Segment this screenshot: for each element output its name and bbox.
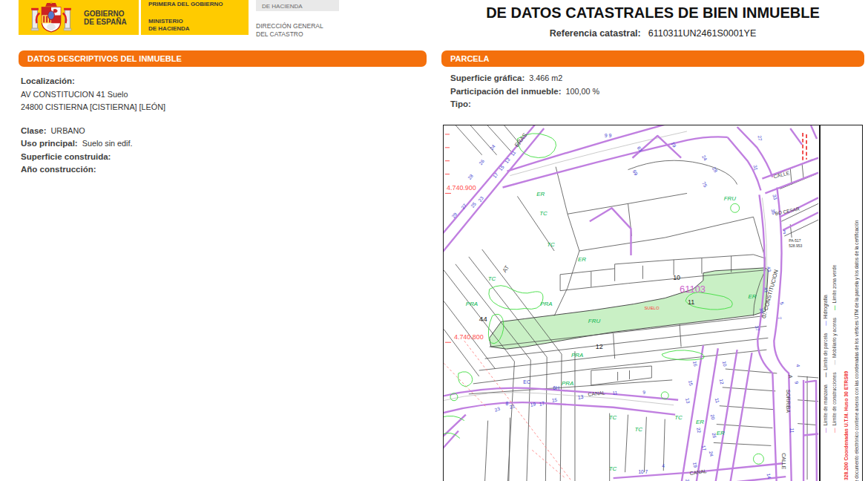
map-label: 11 (612, 390, 618, 395)
map-label: TC (674, 414, 683, 421)
map-label: PRA (571, 352, 583, 359)
superficie-grafica-value: 3.466 m2 (529, 73, 562, 82)
map-label: PA-517 (789, 239, 800, 243)
map-label: 24 (708, 451, 714, 457)
utm-coordinates-note: 328.200 Coordenadas U.T.M. Huso 30 ETRS8… (844, 371, 849, 480)
map-label: 61103 (680, 284, 706, 295)
cadastral-certificate-page: { "header": { "gobierno": "GOBIERNO\nDE … (0, 0, 868, 481)
legend-row-2: —Límite de construcciones—Mobiliario y a… (832, 265, 837, 440)
map-label: AT (502, 264, 511, 274)
map-label: 10 (673, 274, 680, 281)
map-label: PRA (540, 301, 552, 307)
map-label: 13 (685, 398, 691, 405)
ministerio-gray-tab: DE HACIENDA (256, 0, 339, 11)
legend-row-1: —Límite de manzana—Límite de parcela—Hid… (823, 295, 828, 440)
map-label: 4.740.900 (447, 184, 476, 192)
red-dashed-lines (444, 341, 571, 480)
map-label: CANAL (588, 390, 605, 396)
map-label: 5 (779, 301, 785, 306)
map-label: 4 (795, 364, 800, 367)
tipo-label: Tipo: (450, 99, 471, 108)
legend-symbol: — (832, 305, 837, 310)
map-label: 13 (504, 157, 511, 164)
referencia-catastral-label: Referencia catastral: (550, 28, 641, 39)
sidewalk-lines (444, 131, 767, 405)
certificate-title: DE DATOS CATASTRALES DE BIEN INMUEBLE (441, 4, 864, 22)
map-label: 69 (632, 169, 640, 177)
section-header-datos-descriptivos: DATOS DESCRIPTIVOS DEL INMUEBLE (19, 50, 427, 67)
direccion-line2: 24800 CISTIERNA [CISTIERNA] [LEÓN] (21, 102, 165, 111)
uso-principal-value: Suelo sin edif. (82, 139, 133, 148)
legend-symbol: — (823, 321, 828, 326)
map-label: 31 (753, 165, 759, 171)
superficie-grafica-label: Superficie gráfica: (450, 73, 525, 82)
map-label: 15 (498, 164, 505, 171)
map-label: ER (696, 419, 704, 425)
map-label: 24 (701, 154, 708, 162)
clase-label: Clase: (21, 126, 47, 135)
legend-label: Límite de parcela (823, 333, 828, 370)
map-label: TC (634, 427, 642, 433)
map-label: 16 (692, 361, 698, 367)
map-label: 22 (696, 427, 702, 433)
map-label: 4.740.800 (454, 333, 484, 341)
map-label: 9 (642, 390, 645, 395)
map-label: 23 (494, 406, 501, 413)
spain-coat-of-arms (19, 0, 84, 35)
map-label: PRA (562, 380, 573, 387)
map-label: TC (488, 275, 496, 282)
map-label: 11 (688, 298, 694, 306)
map-label: 19 (692, 462, 698, 468)
legend-symbol: — (823, 428, 828, 433)
map-label: 17 (492, 171, 499, 179)
map-label: CALLE (773, 170, 790, 179)
map-label: 27 (757, 135, 763, 142)
legend-symbol: — (823, 373, 828, 378)
map-label: CALLE (781, 453, 786, 469)
referencia-catastral-value: 6110311UN2461S0001YE (648, 28, 757, 39)
anio-construccion-label: Año construcción: (21, 165, 96, 174)
map-label: 10 7 (638, 469, 648, 474)
cadastral-map-svg: ERAS9 94.740.9004.740.8004.740.700ERTCTC… (444, 125, 818, 481)
cadastral-map: ERAS9 94.740.9004.740.8004.740.700ERTCTC… (443, 125, 820, 481)
direccion-general-catastro-label: DIRECCIÓN GENERAL DEL CATASTRO (256, 22, 323, 39)
referencia-catastral-line: Referencia catastral:6110311UN2461S0001Y… (441, 28, 864, 39)
superficie-construida-label: Superficie construida: (21, 152, 111, 161)
map-label: 12 (719, 379, 725, 385)
map-label: 4 (662, 463, 665, 468)
government-logo-block: GOBIERNO DE ESPAÑA PRIMERA DEL GOBIERNO … (19, 0, 249, 35)
legend-label: Mobiliario y aceras (832, 318, 837, 358)
map-label: 10 (722, 361, 728, 367)
map-label: 528.953 (789, 244, 802, 248)
gobierno-espana-label: GOBIERNO DE ESPAÑA (84, 10, 139, 26)
map-label: 3 (783, 229, 786, 235)
localizacion-label: Localización: (21, 76, 75, 85)
map-label: SORRIBA (786, 390, 791, 413)
map-label: 20 (710, 413, 716, 420)
direccion-line1: AV CONSTITUCION 41 Suelo (21, 90, 128, 99)
map-label: 33 (772, 194, 778, 200)
map-label: FRU (588, 318, 601, 324)
map-label: 26 (711, 432, 717, 439)
legend-label: Límite de manzana (823, 385, 828, 425)
map-label: 9 (794, 381, 799, 385)
map-label: FRU (724, 195, 737, 202)
map-label: 17 (539, 400, 545, 406)
map-legend: —Límite de manzana—Límite de parcela—Hid… (820, 125, 863, 481)
vicepresidencia-label: PRIMERA DEL GOBIERNO (148, 1, 249, 7)
block-boundaries (444, 125, 818, 481)
map-label: 12 (596, 343, 603, 350)
coat-of-arms-icon (28, 1, 74, 33)
map-label: 11 (714, 398, 720, 404)
map-label: ER (536, 191, 545, 197)
map-label: 27 (460, 203, 467, 210)
map-label: ER (749, 293, 757, 300)
map-label: EC (523, 379, 530, 385)
map-label: 6H (553, 385, 559, 390)
participacion-label: Participación del inmueble: (450, 87, 562, 96)
legend-symbol: — (832, 360, 837, 365)
map-label: 15 (688, 380, 694, 387)
map-label: 44 (479, 315, 488, 323)
map-label: 75 (701, 181, 708, 189)
utm-grid-marks (445, 134, 451, 342)
